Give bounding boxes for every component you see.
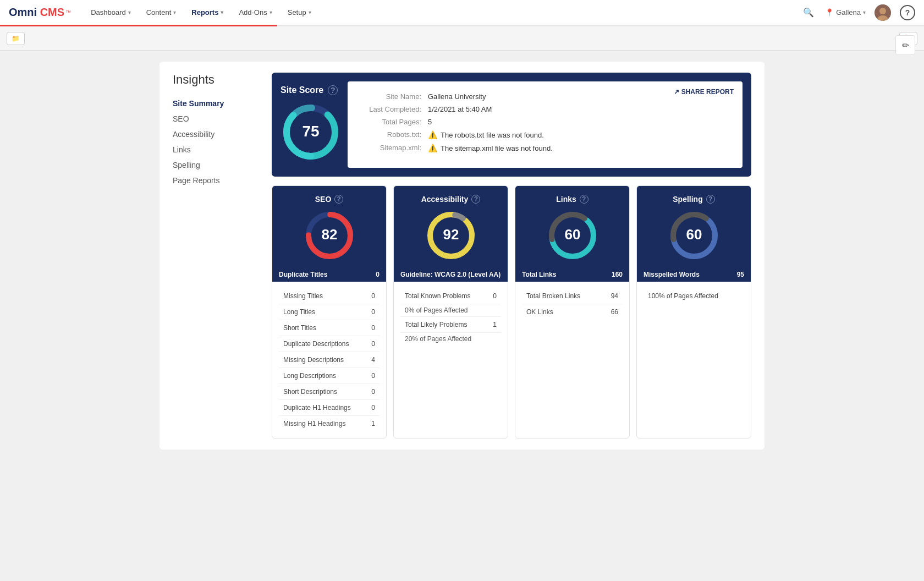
sitemap-warning-text: The sitemap.xml file was not found. — [441, 144, 553, 152]
sitemap-warning-icon: ⚠️ — [428, 144, 437, 152]
nav-setup[interactable]: Setup ▾ — [281, 4, 318, 21]
table-row: Short Titles 0 — [279, 320, 380, 336]
row-label: Duplicate H1 Headings — [283, 404, 351, 412]
links-title-text: Links — [556, 195, 576, 204]
sidebar-item-links[interactable]: Links — [173, 142, 261, 157]
spelling-info-icon[interactable]: ? — [706, 195, 715, 204]
table-row: Total Likely Problems 1 — [400, 317, 501, 333]
spelling-card-title: Spelling ? — [646, 195, 742, 204]
site-name-value: Gallena University — [428, 92, 486, 101]
nav-setup-chevron: ▾ — [309, 9, 311, 15]
last-completed-row: Last Completed: 1/2/2021 at 5:40 AM — [361, 105, 729, 113]
last-completed-value: 1/2/2021 at 5:40 AM — [428, 105, 492, 113]
accessibility-card-header: Accessibility ? 92 — [394, 186, 508, 267]
row-value: 4 — [371, 356, 375, 364]
sidebar-seo-label: SEO — [173, 114, 189, 123]
links-donut: 60 — [545, 208, 600, 263]
seo-donut-wrapper: 82 — [281, 208, 377, 263]
sidebar-item-site-summary[interactable]: Site Summary — [173, 96, 261, 111]
spelling-footer: Misspelled Words 95 — [637, 267, 751, 282]
nav-addons-chevron: ▾ — [270, 9, 272, 15]
seo-info-icon[interactable]: ? — [334, 195, 343, 204]
svg-text:75: 75 — [302, 123, 319, 140]
svg-text:92: 92 — [443, 226, 459, 243]
sidebar-item-seo[interactable]: SEO — [173, 111, 261, 127]
nav-setup-label: Setup — [288, 8, 306, 17]
seo-card-body: Missing Titles 0 Long Titles 0 Short Tit… — [272, 282, 386, 438]
table-row: 0% of Pages Affected — [400, 304, 501, 317]
spelling-title-text: Spelling — [673, 195, 702, 204]
links-footer-value: 160 — [612, 271, 623, 278]
nav-addons[interactable]: Add-Ons ▾ — [232, 4, 278, 21]
site-score-section: Site Score ? 75 — [280, 85, 341, 164]
accessibility-donut-wrapper: 92 — [403, 208, 499, 263]
links-footer-label: Total Links — [522, 271, 556, 278]
main-content: Insights Site Summary SEO Accessibility … — [0, 51, 924, 581]
row-label: Missing H1 Headings — [283, 420, 345, 427]
row-label: Total Known Problems — [405, 292, 470, 300]
avatar-image — [875, 4, 891, 21]
right-bar-button[interactable]: ✏ — [895, 35, 915, 55]
sidebar-accessibility-label: Accessibility — [173, 130, 215, 139]
row-label: Long Titles — [283, 308, 315, 316]
accessibility-info-icon[interactable]: ? — [471, 195, 480, 204]
sidebar-item-page-reports[interactable]: Page Reports — [173, 173, 261, 188]
insights-title: Insights — [173, 73, 261, 87]
row-value: 0 — [371, 292, 375, 300]
row-value: 66 — [611, 308, 618, 316]
seo-card-header: SEO ? 82 — [272, 186, 386, 267]
accessibility-footer-label: Guideline: WCAG 2.0 (Level AA) — [400, 271, 501, 278]
nav-reports-chevron: ▾ — [221, 9, 223, 15]
links-card-body: Total Broken Links 94 OK Links 66 — [515, 282, 629, 326]
share-report-button[interactable]: ↗ SHARE REPORT — [674, 88, 734, 96]
user-avatar[interactable] — [875, 4, 891, 21]
spelling-donut: 60 — [667, 208, 722, 263]
row-value: 0 — [371, 324, 375, 332]
share-report-label: SHARE REPORT — [681, 88, 734, 96]
row-value: 0 — [371, 308, 375, 316]
site-score-info-icon[interactable]: ? — [328, 85, 338, 95]
search-icon[interactable]: 🔍 — [801, 5, 816, 20]
location-label: Gallena — [836, 8, 861, 17]
accessibility-donut: 92 — [424, 208, 479, 263]
row-label: Missing Descriptions — [283, 356, 344, 364]
last-completed-label: Last Completed: — [361, 105, 421, 113]
nav-reports[interactable]: Reports ▾ — [185, 4, 230, 21]
row-label: 100% of Pages Affected — [648, 292, 718, 300]
location-selector[interactable]: 📍 Gallena ▾ — [825, 8, 866, 17]
links-card-header: Links ? 60 — [515, 186, 629, 267]
row-label: OK Links — [526, 308, 553, 316]
sitemap-label: Sitemap.xml: — [361, 144, 421, 152]
nav-dashboard[interactable]: Dashboard ▾ — [84, 4, 138, 21]
help-icon[interactable]: ? — [900, 5, 915, 20]
nav-content[interactable]: Content ▾ — [140, 4, 183, 21]
insights-content: Site Score ? 75 ↗ SHARE REPORT — [272, 73, 751, 439]
location-chevron: ▾ — [863, 9, 866, 15]
links-footer: Total Links 160 — [515, 267, 629, 282]
site-info-panel: ↗ SHARE REPORT Site Name: Gallena Univer… — [348, 81, 743, 168]
site-name-label: Site Name: — [361, 92, 421, 101]
logo-cms: CMS — [40, 6, 64, 18]
table-row: Long Descriptions 0 — [279, 368, 380, 384]
metric-cards: SEO ? 82 Duplica — [272, 185, 751, 439]
seo-footer: Duplicate Titles 0 — [272, 267, 386, 282]
accessibility-card-title: Accessibility ? — [403, 195, 499, 204]
robots-label: Robots.txt: — [361, 130, 421, 139]
robots-warning-text: The robots.txt file was not found. — [441, 131, 544, 139]
spelling-footer-value: 95 — [737, 271, 744, 278]
links-info-icon[interactable]: ? — [580, 195, 588, 204]
logo-omni: Omni — [9, 6, 40, 18]
links-card-title: Links ? — [524, 195, 620, 204]
total-pages-row: Total Pages: 5 — [361, 118, 729, 126]
robots-row: Robots.txt: ⚠️ The robots.txt file was n… — [361, 130, 729, 139]
folder-button[interactable]: 📁 — [7, 32, 25, 45]
row-value: 0 — [371, 388, 375, 396]
logo[interactable]: Omni CMS ™ — [9, 6, 71, 19]
table-row: Total Known Problems 0 — [400, 288, 501, 304]
sidebar-item-accessibility[interactable]: Accessibility — [173, 127, 261, 142]
spelling-donut-wrapper: 60 — [646, 208, 742, 263]
sidebar-item-spelling[interactable]: Spelling — [173, 157, 261, 173]
seo-footer-label: Duplicate Titles — [279, 271, 327, 278]
accessibility-card-body: Total Known Problems 0 0% of Pages Affec… — [394, 282, 508, 352]
sidebar-site-summary-label: Site Summary — [173, 99, 224, 108]
